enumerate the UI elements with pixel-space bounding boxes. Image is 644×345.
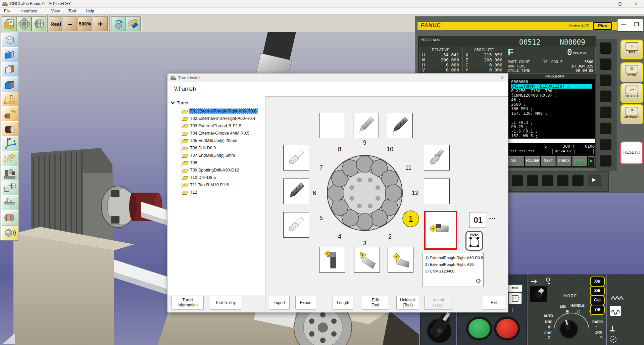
axis-c-button[interactable]: C⊕: [590, 295, 605, 305]
station-number-field[interactable]: 01: [469, 212, 487, 228]
mdi-key[interactable]: [600, 90, 611, 102]
softkey-next[interactable]: NEXT: [541, 156, 556, 166]
sidebar-chuck-insert-icon[interactable]: [1, 107, 18, 121]
menu-file[interactable]: File: [3, 8, 12, 14]
mdi-key[interactable]: [600, 155, 611, 166]
tree-item-T02[interactable]: T02 ExternalFinish-Right-A60-R0.4: [167, 115, 265, 122]
cycle-stop-button[interactable]: [494, 316, 520, 341]
turret-wheel[interactable]: [318, 146, 412, 240]
sidebar-axes-xyz-icon[interactable]: XZY: [1, 136, 18, 151]
edit-key[interactable]: [527, 175, 538, 186]
sidebar-view-side-box-icon[interactable]: [1, 62, 18, 77]
zoom-out-button[interactable]: –: [63, 16, 77, 31]
tree-item-T06[interactable]: T06 Drill-D8.0: [167, 145, 265, 152]
prog-key[interactable]: ⟐PROG: [621, 62, 643, 82]
real-scale-button[interactable]: Real: [49, 16, 62, 31]
sidebar-machine-view-icon[interactable]: [1, 92, 18, 107]
mdi-key[interactable]: [600, 42, 611, 53]
cycle-start-button[interactable]: [466, 316, 492, 341]
tree-item-T07[interactable]: T07 EndMill(Unity) 6mm: [167, 152, 265, 159]
message-key[interactable]: ?MESSAGE: [621, 104, 643, 124]
sidebar-tool-measure-icon[interactable]: [1, 181, 18, 196]
pos-key[interactable]: ⊹POS: [621, 40, 643, 59]
zoom-in-button[interactable]: +: [93, 16, 108, 31]
mdi-key[interactable]: [600, 58, 611, 69]
edit-key[interactable]: [512, 175, 523, 186]
tree-item-T10[interactable]: T10 Drill-D8.5: [167, 174, 265, 182]
dialog-close-icon[interactable]: ✕: [499, 75, 505, 81]
export-button[interactable]: Export: [295, 296, 316, 310]
selected-tool-box[interactable]: [424, 211, 457, 250]
exit-button[interactable]: Exit: [483, 296, 505, 310]
toolpath-button[interactable]: [126, 16, 141, 31]
axis-z-button[interactable]: Z⊕: [590, 286, 605, 296]
station-9-box[interactable]: [353, 113, 379, 138]
softkey-check[interactable]: CHECK: [556, 156, 572, 166]
axis-x-button[interactable]: X⊕: [590, 277, 605, 287]
sidebar-workpiece-chuck-icon[interactable]: [1, 121, 18, 136]
play-key[interactable]: ▶: [588, 175, 601, 186]
sidebar-view-colored-box-icon[interactable]: [1, 77, 18, 92]
softkey-next-page[interactable]: ▶: [588, 156, 595, 166]
program-protect-switch[interactable]: [530, 286, 547, 302]
edit-key[interactable]: [557, 175, 568, 186]
sidebar-caliper-icon[interactable]: [1, 196, 18, 210]
more-button[interactable]: ...: [489, 212, 496, 221]
chuck-view-button[interactable]: [32, 16, 46, 31]
station-3-box[interactable]: [354, 247, 380, 273]
dialog-title-bar[interactable]: Turret install ✕: [167, 73, 508, 83]
tree-item-T09[interactable]: T09 SpottingDrill-A90-D12: [167, 167, 265, 174]
sidebar-view-iso-box-icon[interactable]: [1, 33, 18, 47]
close-button[interactable]: ✕: [628, 0, 643, 7]
axis-y-button[interactable]: Y⊕: [590, 305, 605, 315]
softkey-oprt[interactable]: (OPRT)▼: [572, 156, 587, 166]
station-8-box[interactable]: [319, 113, 345, 138]
panel-maximize-icon[interactable]: ❐: [634, 21, 639, 28]
tree-item-T01[interactable]: T01 ExternalRough-Right-A80-R0.8: [167, 108, 265, 115]
station-2-box[interactable]: [388, 247, 413, 273]
menu-tool[interactable]: Tool: [67, 8, 77, 14]
rotate-workpiece-button[interactable]: [111, 16, 126, 31]
edit-key[interactable]: [572, 175, 584, 186]
turret-information-button[interactable]: TurretInformation: [171, 296, 204, 310]
index-button[interactable]: INDEX: [465, 231, 483, 251]
station-5-box[interactable]: [283, 212, 309, 238]
import-button[interactable]: Import: [269, 296, 290, 310]
edit-tool-button[interactable]: EditTool: [362, 296, 389, 310]
tree-item-T12[interactable]: T12: [167, 189, 265, 196]
maximize-button[interactable]: ▢: [612, 0, 628, 7]
reset-key[interactable]: RESET⃥: [620, 141, 643, 164]
install-tool-button[interactable]: Install(Tool): [424, 296, 452, 310]
tree-item-T04[interactable]: T04 External-Groove 4MM R0.5: [167, 130, 265, 137]
station-11-box[interactable]: [424, 145, 450, 170]
tree-item-T11[interactable]: T11 Tap-R-M10-P1.5: [167, 182, 265, 189]
tool-trolley-button[interactable]: Tool Trolley: [210, 296, 241, 310]
uninstall-tool-button[interactable]: Uninstall(Tool): [396, 296, 419, 310]
tree-root-node[interactable]: Turret: [171, 100, 188, 105]
softkey-folder[interactable]: FOLDER: [525, 156, 540, 166]
mdi-key[interactable]: [600, 139, 611, 150]
tree-item-T03[interactable]: T03 ExternalThread-R-P1.5: [167, 122, 265, 130]
menu-interface[interactable]: Interface: [20, 8, 39, 14]
mdi-key[interactable]: [600, 122, 611, 134]
menu-view[interactable]: View: [50, 8, 61, 14]
menu-help[interactable]: Help: [84, 8, 95, 14]
station-7-box[interactable]: [283, 145, 309, 170]
rotary-switch-icon[interactable]: ✳: [424, 310, 453, 344]
ofs-set-key[interactable]: ⌐•OFS SET: [621, 83, 643, 103]
sidebar-lathe-machine-icon[interactable]: [1, 166, 18, 181]
length-button[interactable]: Length: [333, 296, 353, 310]
station-6-box[interactable]: [283, 179, 309, 204]
sidebar-toolpath-insert-icon[interactable]: [1, 151, 18, 166]
minimize-button[interactable]: —: [596, 0, 611, 7]
station-12-box[interactable]: [424, 179, 450, 204]
gear-icon[interactable]: ⚙: [475, 277, 481, 285]
station-4-box[interactable]: [319, 247, 345, 273]
sidebar-workpiece-blank-icon[interactable]: [1, 210, 18, 225]
m01-button[interactable]: [508, 293, 522, 304]
open-gcode-button[interactable]: G: [2, 16, 17, 31]
turret-setup-button[interactable]: [17, 16, 32, 31]
sidebar-sound-icon[interactable]: [1, 226, 18, 240]
sidebar-view-front-box-icon[interactable]: [1, 47, 18, 62]
station-10-box[interactable]: [387, 113, 413, 138]
